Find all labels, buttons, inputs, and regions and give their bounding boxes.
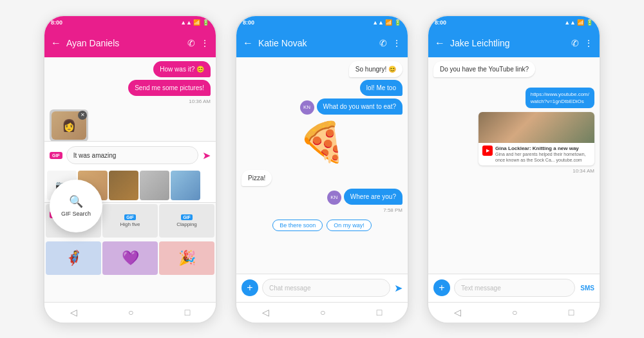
phone1-recents-nav[interactable]: □	[185, 307, 190, 317]
phone3-icons: ✆ ⋮	[571, 38, 593, 48]
phone2-contact-name: Katie Novak	[258, 38, 374, 48]
phone1-input-bar: GIF It was amazing ➤	[44, 141, 216, 169]
phone3-yt-sub: Gina and her parents helped their hometo…	[495, 152, 591, 163]
phone1-status-icons: ▲▲ 📶 🔋	[180, 19, 209, 26]
phone2-status-icons: ▲▲ 📶 🔋	[372, 19, 401, 26]
phone1-timestamp: 10:36 AM	[189, 99, 211, 104]
phone2-input-field[interactable]: Chat message	[262, 279, 390, 297]
phone1-back-arrow[interactable]: ←	[51, 37, 61, 49]
phone-2: 8:00 ▲▲ 📶 🔋 ← Katie Novak ✆ ⋮ So hungry!…	[235, 15, 409, 324]
phone3-back-nav[interactable]: ◁	[454, 307, 461, 317]
phone1-gif-item-5[interactable]: 🎉	[159, 241, 214, 275]
phone1-bubble-1: How was it? 😊	[153, 61, 211, 77]
phone2-avatar-2: KN	[327, 191, 341, 205]
phone3-msg-row-1: Do you have the YouTube link?	[433, 61, 594, 77]
phone3-recents-nav[interactable]: □	[569, 307, 574, 317]
phone3-yt-icon: ▶	[482, 146, 493, 156]
phone1-back-nav[interactable]: ◁	[70, 307, 77, 317]
phone2-pizza-sticker: 🍕	[298, 123, 346, 162]
phone1-call-icon[interactable]: ✆	[187, 38, 195, 48]
phone1-msg-row-2: Send me some pictures!	[50, 80, 211, 96]
phone2-app-bar: ← Katie Novak ✆ ⋮	[236, 29, 408, 57]
phone2-quick-reply-1[interactable]: Be there soon	[272, 220, 323, 231]
phone1-gif-label-1: High five	[120, 221, 140, 227]
phone1-gif-icon[interactable]: GIF	[50, 152, 62, 159]
phone3-contact-name: Jake Leichtling	[450, 38, 566, 48]
phone2-back-arrow[interactable]: ←	[243, 37, 253, 49]
phone3-yt-link[interactable]: https://www.youtube.com/watch?v=1gnDtbED…	[526, 88, 594, 108]
phone1-gif-badge-2: GIF	[181, 214, 193, 220]
phone3-input-placeholder: Text message	[461, 285, 501, 292]
phone3-yt-card-body: ▶ Gina Locklear: Knitting a new way Gina…	[478, 143, 594, 165]
phone1-time: 8:00	[51, 19, 62, 26]
phone1-gif-label-2: Clapping	[176, 221, 197, 227]
phone1-gif-grid-2: 🦸 💜 🎉	[44, 240, 216, 276]
phone1-status-bar: 8:00 ▲▲ 📶 🔋	[44, 16, 216, 29]
phone3-home-nav[interactable]: ○	[512, 307, 517, 317]
phone1-chat-area: How was it? 😊 Send me some pictures! 10:…	[44, 57, 216, 141]
phone3-msg-row-2: https://www.youtube.com/watch?v=1gnDtbED…	[433, 88, 594, 108]
phone1-compose-row: 👩 ✕	[50, 109, 211, 141]
phone3-sms-label[interactable]: SMS	[580, 285, 594, 292]
phone3-yt-title: Gina Locklear: Knitting a new way	[495, 146, 591, 152]
phone2-quick-replies: Be there soon On my way!	[242, 220, 402, 231]
phone3-back-arrow[interactable]: ←	[435, 37, 445, 49]
phone1-home-nav[interactable]: ○	[128, 307, 133, 317]
phone2-call-icon[interactable]: ✆	[379, 38, 387, 48]
phone1-more-icon[interactable]: ⋮	[200, 38, 209, 48]
phone1-gif-item-1[interactable]: GIF High five	[102, 204, 158, 238]
phone1-gif-item-2[interactable]: GIF Clapping	[159, 204, 214, 238]
phone1-gif-panel: 📷 GIF High five GIF Clapping	[44, 169, 216, 302]
phone3-bubble-1: Do you have the YouTube link?	[433, 61, 535, 77]
phone1-contact-name: Ayan Daniels	[66, 38, 182, 48]
phone2-msg-row-4: Pizza!	[242, 170, 402, 186]
phone3-msg-row-3: ▶ Gina Locklear: Knitting a new way Gina…	[433, 111, 594, 165]
phone3-timestamp: 10:34 AM	[573, 168, 594, 174]
phone2-recents-nav[interactable]: □	[377, 307, 382, 317]
phone2-input-placeholder: Chat message	[269, 285, 310, 292]
phone3-input-plus[interactable]: +	[433, 279, 450, 296]
phone2-input-plus[interactable]: +	[242, 279, 258, 296]
phone2-home-nav[interactable]: ○	[320, 307, 325, 317]
phone3-chat-area: Do you have the YouTube link? https://ww…	[428, 57, 600, 274]
phone1-photo-close[interactable]: ✕	[78, 111, 87, 120]
phone2-msg-row-2: lol! Me too	[242, 80, 402, 96]
phone1-app-bar: ← Ayan Daniels ✆ ⋮	[44, 29, 216, 57]
phone1-nav-bar: ◁ ○ □	[44, 302, 216, 323]
phone1-gif-item-4[interactable]: 💜	[102, 241, 158, 275]
phone2-time: 8:00	[243, 19, 254, 26]
phone3-yt-text: Gina Locklear: Knitting a new way Gina a…	[495, 146, 591, 163]
phones-container: 8:00 ▲▲ 📶 🔋 ← Ayan Daniels ✆ ⋮ How was i…	[30, 2, 614, 337]
phone1-thumb-3	[140, 171, 169, 200]
phone2-bubble-4: Pizza!	[242, 170, 272, 186]
phone3-yt-thumb	[478, 112, 594, 143]
phone1-gif-item-3[interactable]: 🦸	[46, 241, 101, 275]
phone1-bubble-2: Send me some pictures!	[128, 80, 211, 96]
phone3-input-field[interactable]: Text message	[454, 279, 575, 297]
phone2-bubble-3: What do you want to eat?	[317, 99, 402, 115]
phone1-send-btn[interactable]: ➤	[202, 149, 211, 162]
phone1-input-text: It was amazing	[73, 152, 117, 159]
phone1-photo-attach: 👩 ✕	[50, 109, 88, 141]
phone2-back-nav[interactable]: ◁	[262, 307, 269, 317]
phone2-send-btn[interactable]: ➤	[394, 282, 402, 294]
phone2-more-icon[interactable]: ⋮	[392, 38, 401, 48]
phone2-bubble-2: lol! Me too	[360, 80, 402, 96]
phone1-search-icon: 🔍	[69, 194, 83, 209]
phone2-icons: ✆ ⋮	[379, 38, 401, 48]
phone2-quick-reply-2[interactable]: On my way!	[327, 220, 372, 231]
phone3-input-bar: + Text message SMS	[428, 274, 600, 302]
phone3-nav-bar: ◁ ○ □	[428, 302, 600, 323]
phone3-yt-card[interactable]: ▶ Gina Locklear: Knitting a new way Gina…	[478, 112, 594, 165]
phone1-gif-search-circle[interactable]: 🔍 GIF Search	[50, 180, 102, 232]
phone3-status-bar: 8:00 ▲▲ 📶 🔋	[428, 16, 600, 29]
phone2-msg-row-1: So hungry! 😊	[242, 61, 402, 77]
phone2-msg-row-3: KN What do you want to eat?	[242, 99, 402, 115]
phone1-gif-search-overlay: 🔍 GIF Search	[50, 180, 102, 232]
phone3-call-icon[interactable]: ✆	[571, 38, 579, 48]
phone3-more-icon[interactable]: ⋮	[584, 38, 593, 48]
phone2-bubble-1: So hungry! 😊	[349, 61, 402, 77]
phone1-gif-badge-1: GIF	[124, 214, 136, 220]
phone1-input-field[interactable]: It was amazing	[66, 146, 198, 164]
phone3-time: 8:00	[435, 19, 446, 26]
